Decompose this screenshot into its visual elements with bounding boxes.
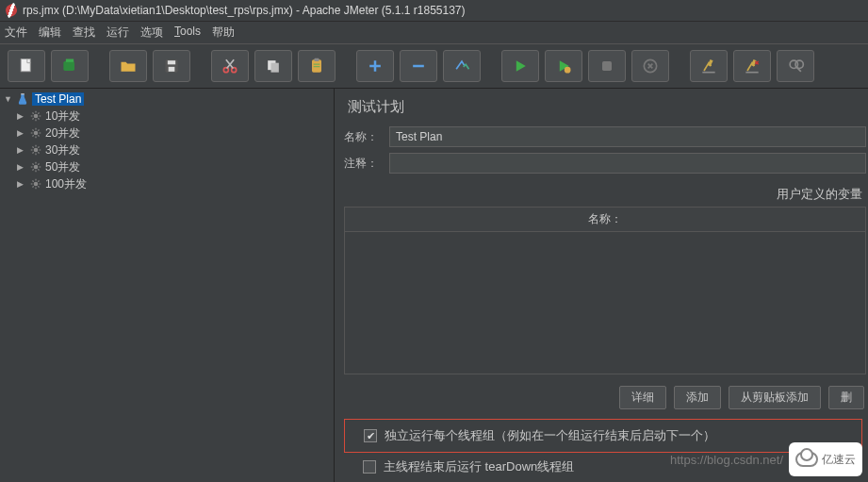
svg-point-14 [565,67,571,74]
editor-panel: 测试计划 名称： 注释： 用户定义的变量 名称： 详细 添加 从剪贴板添加 删 … [335,89,868,482]
provider-badge: 亿速云 [789,442,862,476]
collapse-button[interactable] [400,50,437,82]
tree-item-label: 100并发 [45,176,87,192]
detail-button[interactable]: 详细 [619,386,666,409]
delete-button[interactable]: 删 [828,386,864,409]
provider-label: 亿速云 [822,452,856,468]
toolbar [0,44,868,89]
tree-item[interactable]: ▶ 20并发 [0,125,334,141]
svg-point-23 [34,131,39,136]
open-button[interactable] [109,50,147,82]
svg-point-26 [34,182,39,187]
shutdown-button[interactable] [631,50,669,82]
save-button[interactable] [153,50,190,82]
menu-help[interactable]: 帮助 [212,25,235,41]
menu-search[interactable]: 查找 [73,25,95,41]
tree-item-label: 30并发 [45,142,80,158]
test-tree[interactable]: ▼ Test Plan ▶ 10并发 ▶ 20并发 ▶ 30并发 ▶ 50并发 … [0,89,335,482]
svg-point-24 [34,148,39,153]
start-no-pause-button[interactable] [545,50,582,82]
svg-point-20 [795,60,803,68]
collapse-icon[interactable]: ▼ [4,94,13,104]
menu-file[interactable]: 文件 [5,25,27,41]
comment-input[interactable] [389,153,866,174]
expand-icon[interactable]: ▶ [17,162,26,172]
threadgroup-icon [29,160,42,174]
window-title: rps.jmx (D:\MyData\xietian1\Desktop\test… [23,4,466,17]
menu-options[interactable]: 选项 [140,25,163,41]
expand-button[interactable] [356,50,394,82]
vars-col-name: 名称： [345,208,865,232]
app-icon [4,3,19,18]
svg-rect-2 [66,59,74,62]
expand-icon[interactable]: ▶ [17,111,26,121]
svg-rect-1 [63,61,74,71]
tree-item-label: 20并发 [45,125,80,141]
threadgroup-icon [29,109,42,123]
threadgroup-icon [29,177,42,191]
svg-rect-13 [314,66,320,67]
svg-rect-15 [602,61,612,71]
vars-body[interactable] [345,232,865,374]
name-input[interactable] [389,126,866,147]
clear-all-button[interactable] [733,50,771,82]
svg-point-25 [34,165,39,170]
serial-threadgroups-row[interactable]: ✔ 独立运行每个线程组（例如在一个组运行结束后启动下一个） [345,422,861,450]
menu-run[interactable]: 运行 [106,25,129,41]
copy-button[interactable] [254,50,292,82]
tree-item-label: 10并发 [45,108,80,125]
comment-row: 注释： [344,153,868,174]
menubar: 文件 编辑 查找 运行 选项 Tools 帮助 [0,22,868,44]
cut-button[interactable] [211,50,249,82]
vars-buttons: 详细 添加 从剪贴板添加 删 [344,374,868,419]
tree-item-label: 50并发 [45,159,80,175]
testplan-icon [16,92,29,106]
tree-root-label: Test Plan [32,92,84,106]
threadgroup-icon [29,126,42,140]
threadgroup-icon [29,143,42,157]
serial-threadgroups-label: 独立运行每个线程组（例如在一个组运行结束后启动下一个） [385,427,715,444]
paste-button[interactable] [298,50,336,82]
add-button[interactable]: 添加 [674,386,721,409]
expand-icon[interactable]: ▶ [17,179,26,189]
menu-edit[interactable]: 编辑 [39,25,61,41]
svg-rect-4 [168,60,175,64]
svg-rect-9 [271,63,279,73]
svg-rect-0 [21,59,30,72]
name-row: 名称： [344,126,868,147]
tree-item[interactable]: ▶ 50并发 [0,158,334,175]
svg-rect-12 [314,64,320,65]
new-button[interactable] [8,50,45,82]
start-button[interactable] [501,50,539,82]
tree-item[interactable]: ▶ 100并发 [0,175,334,192]
name-label: 名称： [344,129,389,145]
highlight-box: ✔ 独立运行每个线程组（例如在一个组运行结束后启动下一个） [344,419,862,453]
svg-rect-5 [169,67,175,72]
svg-rect-21 [21,93,25,94]
svg-rect-11 [315,58,319,61]
search-toolbar-button[interactable] [777,50,814,82]
panel-title: 测试计划 [344,94,868,124]
menu-tools[interactable]: Tools [174,25,201,41]
teardown-label: 主线程结束后运行 tearDown线程组 [384,458,574,475]
templates-button[interactable] [51,50,89,82]
clear-button[interactable] [690,50,728,82]
window-titlebar: rps.jmx (D:\MyData\xietian1\Desktop\test… [0,0,868,22]
comment-label: 注释： [344,156,389,172]
checkbox-unchecked-icon[interactable] [363,460,376,474]
vars-table[interactable]: 名称： [344,207,866,374]
tree-item[interactable]: ▶ 30并发 [0,141,334,158]
vars-title: 用户定义的变量 [344,176,868,207]
svg-point-22 [34,114,39,119]
tree-root[interactable]: ▼ Test Plan [0,91,334,108]
expand-icon[interactable]: ▶ [17,145,26,155]
expand-icon[interactable]: ▶ [17,128,26,138]
add-from-clipboard-button[interactable]: 从剪贴板添加 [729,386,821,409]
toggle-button[interactable] [443,50,481,82]
stop-button[interactable] [588,50,626,82]
cloud-icon [795,452,818,467]
main-split: ▼ Test Plan ▶ 10并发 ▶ 20并发 ▶ 30并发 ▶ 50并发 … [0,89,868,482]
tree-item[interactable]: ▶ 10并发 [0,108,334,125]
checkbox-checked-icon[interactable]: ✔ [364,429,377,442]
